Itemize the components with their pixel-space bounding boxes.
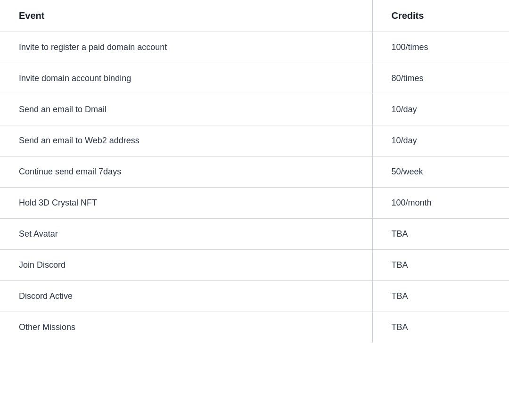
event-cell: Set Avatar [0,219,372,250]
credits-cell: 10/day [372,94,509,125]
credits-cell: TBA [372,219,509,250]
table-header-row: Event Credits [0,0,509,32]
table-row: Discord ActiveTBA [0,281,509,312]
table-row: Set AvatarTBA [0,219,509,250]
event-column-header: Event [0,0,372,32]
table-row: Join DiscordTBA [0,250,509,281]
credits-table-container: Event Credits Invite to register a paid … [0,0,509,343]
table-row: Hold 3D Crystal NFT100/month [0,188,509,219]
table-row: Send an email to Web2 address10/day [0,125,509,156]
table-row: Invite domain account binding80/times [0,63,509,94]
credits-cell: 10/day [372,125,509,156]
event-cell: Invite domain account binding [0,63,372,94]
table-row: Invite to register a paid domain account… [0,32,509,63]
credits-table: Event Credits Invite to register a paid … [0,0,509,343]
credits-cell: TBA [372,281,509,312]
credits-cell: 50/week [372,156,509,188]
credits-cell: TBA [372,312,509,343]
event-cell: Invite to register a paid domain account [0,32,372,63]
credits-cell: 80/times [372,63,509,94]
event-cell: Continue send email 7days [0,156,372,188]
table-row: Other MissionsTBA [0,312,509,343]
event-cell: Hold 3D Crystal NFT [0,188,372,219]
event-cell: Send an email to Dmail [0,94,372,125]
table-row: Continue send email 7days50/week [0,156,509,188]
event-cell: Discord Active [0,281,372,312]
table-row: Send an email to Dmail10/day [0,94,509,125]
credits-cell: 100/times [372,32,509,63]
credits-cell: 100/month [372,188,509,219]
event-cell: Send an email to Web2 address [0,125,372,156]
credits-column-header: Credits [372,0,509,32]
credits-cell: TBA [372,250,509,281]
event-cell: Join Discord [0,250,372,281]
event-cell: Other Missions [0,312,372,343]
